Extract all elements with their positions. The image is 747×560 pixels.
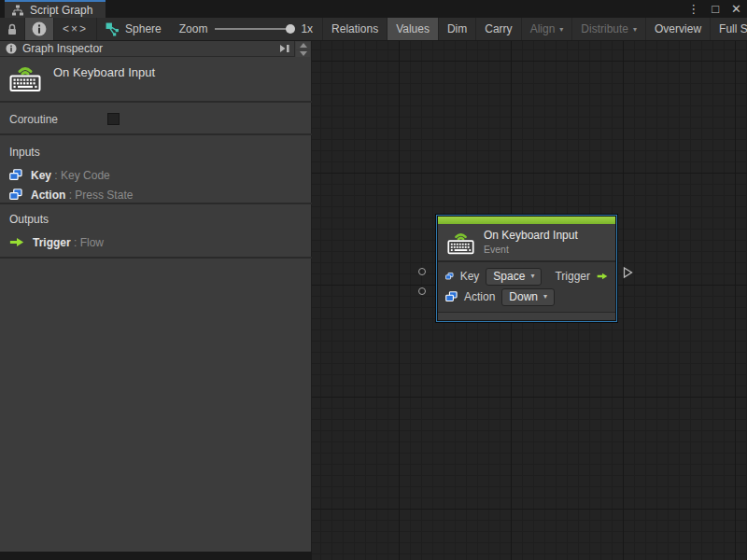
- input-port-key[interactable]: [418, 268, 426, 275]
- inputs-section: Inputs Key : Key Code Action : Press Sta…: [0, 137, 312, 204]
- node-on-keyboard-input[interactable]: On Keyboard Input Event Key Space ▾: [436, 215, 617, 322]
- chevron-down-icon: ▾: [543, 292, 547, 301]
- inspector-title: Graph Inspector: [22, 42, 103, 55]
- dropdown-value: Down: [509, 290, 538, 303]
- triangle-down-icon: [300, 51, 307, 56]
- output-port-trigger[interactable]: [623, 266, 633, 279]
- unit-title: On Keyboard Input: [53, 65, 155, 79]
- scroll-up-button[interactable]: [296, 42, 310, 49]
- unit-header: On Keyboard Input: [0, 57, 312, 103]
- dropdown-value: Space: [493, 270, 525, 283]
- button-label: Overview: [655, 22, 701, 35]
- node-row-key: Key Space ▾ Trigger: [438, 266, 615, 287]
- flow-arrow-icon: [9, 237, 24, 247]
- toolbar-button-distribute[interactable]: Distribute ▾: [572, 18, 646, 40]
- port-type: : Press State: [69, 189, 134, 202]
- toolbar-button-carry[interactable]: Carry: [476, 18, 521, 40]
- coroutine-checkbox[interactable]: [107, 113, 120, 125]
- graph-target-button[interactable]: Sphere: [97, 18, 170, 40]
- node-row-action: Action Down ▾: [438, 287, 615, 307]
- inputs-header: Inputs: [0, 137, 312, 165]
- port-type: : Key Code: [54, 169, 109, 182]
- button-label: Dim: [447, 22, 467, 35]
- window-controls: ⋮ □ ✕: [687, 0, 741, 18]
- toolbar-button-align[interactable]: Align ▾: [522, 18, 573, 40]
- zoom-control: Zoom 1x: [170, 18, 322, 40]
- value-port-icon: [9, 189, 22, 201]
- action-dropdown[interactable]: Down ▾: [501, 288, 555, 306]
- button-label: Full Screen: [719, 22, 747, 35]
- toolbar-button-fullscreen[interactable]: Full Screen: [711, 18, 747, 40]
- lock-icon: [7, 23, 18, 35]
- output-row-trigger: Trigger : Flow: [0, 232, 312, 252]
- outputs-section: Outputs Trigger : Flow: [0, 204, 312, 259]
- sitemap-icon: [11, 5, 24, 16]
- key-dropdown[interactable]: Space ▾: [486, 268, 542, 286]
- value-port-icon: [445, 271, 454, 282]
- trigger-label: Trigger: [555, 270, 590, 283]
- tab-label: Script Graph: [30, 4, 92, 17]
- tab-strip: Script Graph ⋮ □ ✕: [0, 0, 747, 18]
- port-name: Action: [31, 189, 65, 202]
- node-subtitle: Event: [484, 244, 578, 255]
- unity-script-graph-window: Script Graph ⋮ □ ✕ <×>: [0, 0, 747, 560]
- input-row-action: Action : Press State: [0, 185, 312, 204]
- graph-toolbar: <×> Sphere Zoom 1x Relations Values: [0, 18, 747, 41]
- zoom-slider[interactable]: [215, 28, 293, 30]
- keyboard-input-icon: [447, 230, 474, 255]
- scroll-spinner: [296, 42, 310, 57]
- keyboard-input-icon: [9, 63, 41, 92]
- button-label: Align: [530, 22, 556, 35]
- node-body: Key Space ▾ Trigger Ac: [438, 260, 615, 312]
- node-titles: On Keyboard Input Event: [484, 229, 578, 255]
- graph-target-label: Sphere: [125, 22, 162, 35]
- node-header[interactable]: On Keyboard Input Event: [438, 224, 615, 260]
- port-name: Trigger: [33, 236, 71, 249]
- outputs-header: Outputs: [0, 204, 312, 232]
- value-port-icon: [445, 291, 458, 302]
- coroutine-row: Coroutine: [0, 105, 312, 135]
- chevron-down-icon: ▾: [633, 25, 637, 34]
- maximize-icon[interactable]: □: [712, 0, 719, 18]
- window-menu-icon[interactable]: ⋮: [687, 0, 699, 18]
- lock-button[interactable]: [0, 18, 25, 40]
- zoom-label: Zoom: [179, 22, 208, 35]
- code-icon: <×>: [63, 22, 88, 35]
- chevron-down-icon: ▾: [530, 272, 534, 280]
- toolbar-button-relations[interactable]: Relations: [322, 18, 388, 40]
- event-accent-bar: [438, 217, 615, 224]
- toolbar-button-dim[interactable]: Dim: [439, 18, 476, 40]
- button-label: Distribute: [581, 22, 628, 35]
- flow-arrow-icon: [597, 271, 608, 282]
- coroutine-label: Coroutine: [9, 113, 107, 126]
- close-icon[interactable]: ✕: [731, 0, 741, 18]
- zoom-slider-thumb[interactable]: [286, 24, 295, 34]
- inspector-header: Graph Inspector: [0, 41, 295, 57]
- graph-canvas[interactable]: On Keyboard Input Event Key Space ▾: [312, 41, 747, 560]
- triangle-up-icon: [300, 43, 307, 48]
- port-name: Key: [31, 169, 51, 182]
- window-edge: [0, 552, 312, 560]
- port-label: Key: [460, 270, 480, 283]
- port-label: Action: [464, 290, 495, 303]
- toolbar-button-overview[interactable]: Overview: [646, 18, 711, 40]
- code-preview-button[interactable]: <×>: [54, 18, 97, 40]
- chevron-down-icon: ▾: [559, 25, 563, 34]
- input-row-key: Key : Key Code: [0, 165, 312, 185]
- node-title: On Keyboard Input: [484, 229, 578, 242]
- node-footer: [438, 312, 615, 320]
- button-label: Values: [396, 22, 430, 35]
- input-port-action[interactable]: [418, 287, 426, 295]
- tab-script-graph[interactable]: Script Graph: [5, 0, 106, 18]
- button-label: Carry: [485, 22, 512, 35]
- graph-icon: [106, 22, 120, 36]
- info-icon: [32, 21, 47, 36]
- value-port-icon: [9, 169, 22, 181]
- toolbar-button-values[interactable]: Values: [388, 18, 439, 40]
- dock-panel-icon[interactable]: [279, 44, 290, 53]
- zoom-value: 1x: [301, 22, 313, 35]
- inspector-toggle-button[interactable]: [25, 18, 54, 40]
- scroll-down-button[interactable]: [296, 50, 310, 58]
- info-icon: [6, 43, 17, 54]
- graph-inspector-panel: Graph Inspector: [0, 41, 312, 552]
